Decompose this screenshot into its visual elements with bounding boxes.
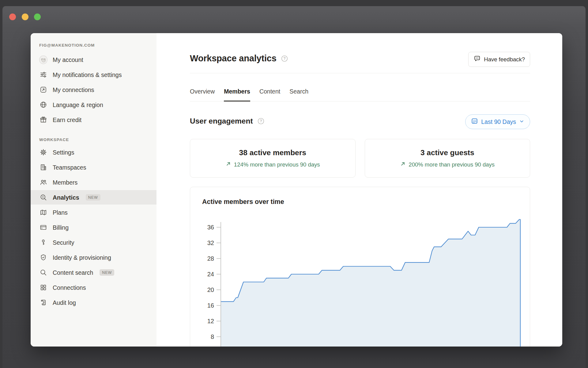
arrow-up-right-square-icon <box>39 86 47 94</box>
active-guests-value: 3 active guests <box>420 148 474 157</box>
svg-text:28: 28 <box>207 255 214 262</box>
grid-icon <box>39 283 47 292</box>
minimize-button[interactable] <box>22 13 28 20</box>
sidebar-item-security[interactable]: Security <box>31 235 156 250</box>
chat-bubble-icon <box>473 55 481 64</box>
svg-text:16: 16 <box>207 302 214 309</box>
people-icon <box>39 178 47 186</box>
svg-text:?: ? <box>283 56 285 61</box>
key-icon <box>39 238 47 247</box>
sidebar-item-my-account[interactable]: My account <box>31 52 156 67</box>
svg-text:36: 36 <box>207 224 214 231</box>
sidebar-item-billing[interactable]: Billing <box>31 220 156 235</box>
globe-icon <box>39 101 47 109</box>
sliders-icon <box>39 71 47 79</box>
sidebar-item-my-connections[interactable]: My connections <box>31 82 156 97</box>
settings-sidebar: FIG@MAKENOTION.COM My account My notific… <box>31 33 156 347</box>
active-members-chart-card: Active members over time 363228242016128 <box>190 187 530 347</box>
sidebar-item-earn-credit[interactable]: Earn credit <box>31 113 156 127</box>
app-window: FIG@MAKENOTION.COM My account My notific… <box>2 6 586 368</box>
shield-check-icon <box>39 253 47 262</box>
analytics-tabs: Overview Members Content Search <box>190 88 530 102</box>
svg-text:24: 24 <box>207 271 214 278</box>
user-engagement-heading: User engagement <box>190 117 253 125</box>
svg-text:?: ? <box>260 119 262 123</box>
sidebar-item-analytics[interactable]: Analytics NEW <box>31 190 156 205</box>
calendar-icon <box>471 117 478 126</box>
scroll-icon <box>39 298 47 307</box>
sidebar-item-language-region[interactable]: Language & region <box>31 98 156 112</box>
new-badge: NEW <box>100 269 114 276</box>
analytics-main: Workspace analytics ? <box>156 33 562 347</box>
gear-icon <box>39 148 47 156</box>
sidebar-item-members[interactable]: Members <box>31 175 156 190</box>
trend-up-icon <box>225 161 231 168</box>
sidebar-item-settings[interactable]: Settings <box>31 145 156 159</box>
page-title: Workspace analytics <box>190 53 277 63</box>
sidebar-item-connections[interactable]: Connections <box>31 280 156 295</box>
magnifier-icon <box>39 268 47 277</box>
credit-card-icon <box>39 223 47 232</box>
account-email-heading: FIG@MAKENOTION.COM <box>39 43 148 48</box>
workspace-section-heading: WORKSPACE <box>39 137 148 142</box>
help-icon[interactable]: ? <box>258 118 264 125</box>
active-members-chart: 363228242016128 <box>190 187 530 347</box>
building-icon <box>39 163 47 171</box>
active-members-value: 38 active members <box>239 148 306 157</box>
tab-search[interactable]: Search <box>289 88 308 102</box>
have-feedback-button[interactable]: Have feedback? <box>468 52 530 67</box>
settings-modal: FIG@MAKENOTION.COM My account My notific… <box>31 33 562 347</box>
active-guests-delta: 200% more than previous 90 days <box>409 161 495 168</box>
svg-text:20: 20 <box>207 286 214 293</box>
svg-text:32: 32 <box>207 240 214 246</box>
avatar <box>39 56 47 64</box>
date-range-dropdown[interactable]: Last 90 Days <box>465 114 530 129</box>
svg-text:8: 8 <box>211 333 214 340</box>
tab-members[interactable]: Members <box>224 88 250 102</box>
magnifier-sparkle-icon <box>39 193 47 201</box>
tab-overview[interactable]: Overview <box>190 88 215 102</box>
active-members-delta: 124% more than previous 90 days <box>234 161 320 168</box>
help-icon[interactable]: ? <box>281 55 288 62</box>
map-icon <box>39 208 47 217</box>
sidebar-item-content-search[interactable]: Content search NEW <box>31 265 156 280</box>
header-divider <box>190 73 530 73</box>
close-button[interactable] <box>9 13 16 20</box>
active-guests-card: 3 active guests 200% more than previous … <box>365 139 530 178</box>
sidebar-item-audit-log[interactable]: Audit log <box>31 295 156 310</box>
tab-content[interactable]: Content <box>259 88 280 102</box>
sidebar-item-teamspaces[interactable]: Teamspaces <box>31 160 156 174</box>
sidebar-item-notifications-settings[interactable]: My notifications & settings <box>31 67 156 82</box>
active-members-card: 38 active members 124% more than previou… <box>190 139 356 178</box>
new-badge: NEW <box>86 194 100 201</box>
chevron-down-icon <box>519 118 524 125</box>
trend-up-icon <box>400 161 406 168</box>
sidebar-item-plans[interactable]: Plans <box>31 205 156 220</box>
zoom-button[interactable] <box>34 13 41 20</box>
svg-text:12: 12 <box>207 318 214 324</box>
sidebar-item-identity-provisioning[interactable]: Identity & provisioning <box>31 250 156 265</box>
gift-icon <box>39 116 47 124</box>
